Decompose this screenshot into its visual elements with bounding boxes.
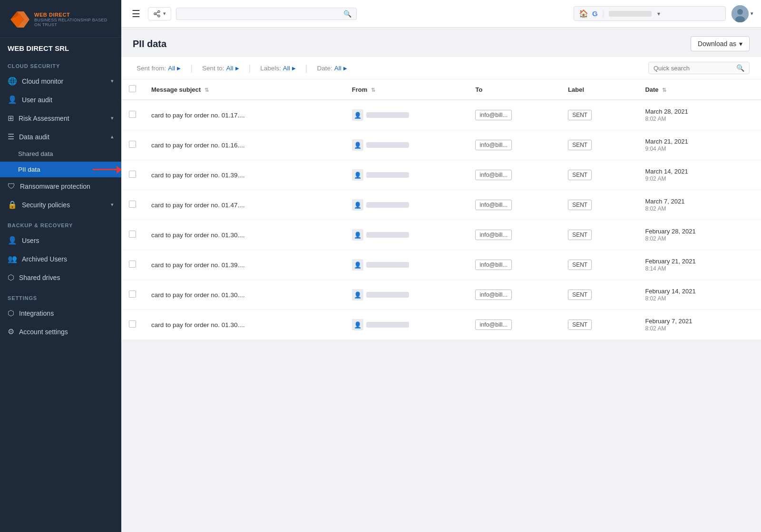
hamburger-menu-button[interactable]: ☰ [129, 6, 143, 21]
labels-value: All [283, 65, 290, 72]
integrations-icon: ⬡ [8, 309, 14, 318]
filter-labels[interactable]: Labels: All ▶ [256, 63, 300, 74]
from-icon: 👤 [352, 139, 363, 151]
svg-point-4 [154, 13, 156, 15]
sidebar-logo: WEB DIRECT BUSINESS RELATIONSHIP BASED O… [0, 0, 121, 38]
row-checkbox[interactable] [129, 201, 136, 208]
row-checkbox-cell[interactable] [121, 130, 144, 160]
download-chevron-icon: ▾ [739, 40, 742, 48]
row-checkbox-cell[interactable] [121, 100, 144, 130]
table-row[interactable]: card to pay for order no. 01.39.... 👤 in… [121, 250, 761, 280]
row-checkbox[interactable] [129, 290, 136, 298]
sidebar-item-security-policies[interactable]: 🔒 Security policies ▾ [0, 195, 121, 214]
filter-sent-from[interactable]: Sent from: All ▶ [133, 63, 185, 74]
row-date: February 21, 20218:14 AM [637, 250, 761, 280]
row-checkbox-cell[interactable] [121, 310, 144, 340]
label-badge: SENT [568, 110, 592, 120]
to-badge: info@bill... [475, 290, 512, 300]
logo-tagline: BUSINESS RELATIONSHIP BASED ON TRUST [34, 18, 114, 27]
share-button[interactable]: ▾ [148, 7, 171, 20]
from-name-blurred [366, 262, 409, 268]
row-label: SENT [560, 250, 637, 280]
quick-search[interactable]: 🔍 [648, 62, 750, 74]
company-name: WEB DIRECT SRL [0, 38, 121, 55]
topbar-search[interactable]: 🔍 [176, 8, 357, 20]
th-checkbox[interactable] [121, 79, 144, 100]
sidebar-item-shared-drives[interactable]: ⬡ Shared drives [0, 268, 121, 287]
sent-to-arrow-icon: ▶ [235, 66, 239, 71]
sidebar-item-archived-users[interactable]: 👥 Archived Users [0, 250, 121, 268]
from-icon: 👤 [352, 289, 363, 300]
avatar-chevron-icon[interactable]: ▾ [751, 10, 753, 17]
table-row[interactable]: card to pay for order no. 01.30.... 👤 in… [121, 280, 761, 310]
row-checkbox[interactable] [129, 320, 136, 328]
sort-icon: ⇅ [662, 87, 666, 93]
sidebar-item-label: Integrations [19, 310, 54, 317]
browser-bar[interactable]: 🏠 G ▾ [574, 6, 726, 21]
row-date: February 14, 20218:02 AM [637, 280, 761, 310]
sidebar-item-label: Shared drives [19, 274, 60, 281]
from-icon: 👤 [352, 199, 363, 211]
user-icon: 👤 [8, 95, 17, 104]
quick-search-input[interactable] [654, 65, 733, 72]
row-from: 👤 [344, 100, 468, 130]
label-badge: SENT [568, 170, 592, 180]
table-row[interactable]: card to pay for order no. 01.17.... 👤 in… [121, 100, 761, 130]
sidebar-subitem-pii-data[interactable]: PII data [0, 162, 121, 177]
row-checkbox[interactable] [129, 141, 136, 148]
topbar-right: 🏠 G ▾ ▾ [574, 5, 753, 22]
table-row[interactable]: card to pay for order no. 01.30.... 👤 in… [121, 310, 761, 340]
page-title: PII data [133, 39, 166, 49]
sidebar-item-risk-assessment[interactable]: ⊞ Risk Assessment ▾ [0, 109, 121, 127]
row-checkbox[interactable] [129, 231, 136, 238]
row-checkbox-cell[interactable] [121, 160, 144, 190]
table-row[interactable]: card to pay for order no. 01.47.... 👤 in… [121, 190, 761, 220]
sent-from-label: Sent from: [137, 65, 166, 72]
date-label: Date: [317, 65, 332, 72]
sent-to-value: All [226, 65, 234, 72]
filter-date[interactable]: Date: All ▶ [313, 63, 351, 74]
row-checkbox-cell[interactable] [121, 220, 144, 250]
from-name-blurred [366, 232, 409, 238]
table-row[interactable]: card to pay for order no. 01.16.... 👤 in… [121, 130, 761, 160]
sidebar-subitem-shared-data[interactable]: Shared data [0, 146, 121, 162]
chevron-up-icon: ▴ [111, 134, 114, 140]
sidebar-item-user-audit[interactable]: 👤 User audit [0, 90, 121, 109]
sidebar-item-label: Risk Assessment [19, 115, 69, 122]
from-icon: 👤 [352, 169, 363, 181]
table-row[interactable]: card to pay for order no. 01.39.... 👤 in… [121, 160, 761, 190]
th-from[interactable]: From ⇅ [344, 79, 468, 100]
sidebar-item-data-audit[interactable]: ☰ Data audit ▴ [0, 127, 121, 146]
label-badge: SENT [568, 290, 592, 300]
webdirect-logo-icon [8, 9, 29, 30]
to-badge: info@bill... [475, 260, 512, 270]
sidebar-item-account-settings[interactable]: ⚙ Account settings [0, 322, 121, 341]
th-date[interactable]: Date ⇅ [637, 79, 761, 100]
th-label: Label [560, 79, 637, 100]
row-checkbox[interactable] [129, 111, 136, 118]
row-label: SENT [560, 160, 637, 190]
select-all-checkbox[interactable] [129, 85, 136, 92]
download-as-button[interactable]: Download as ▾ [691, 36, 750, 51]
topbar-search-input[interactable] [181, 10, 343, 18]
row-checkbox-cell[interactable] [121, 190, 144, 220]
sidebar-item-ransomware-protection[interactable]: 🛡 Ransomware protection [0, 177, 121, 195]
table-row[interactable]: card to pay for order no. 01.30.... 👤 in… [121, 220, 761, 250]
row-checkbox[interactable] [129, 261, 136, 268]
row-from: 👤 [344, 250, 468, 280]
user-avatar[interactable] [732, 5, 749, 22]
to-badge: info@bill... [475, 200, 512, 210]
sidebar-item-users[interactable]: 👤 Users [0, 231, 121, 250]
row-checkbox-cell[interactable] [121, 280, 144, 310]
filter-sent-to[interactable]: Sent to: All ▶ [198, 63, 243, 74]
from-name-blurred [366, 112, 409, 118]
to-badge: info@bill... [475, 170, 512, 180]
sidebar-item-cloud-monitor[interactable]: 🌐 Cloud monitor ▾ [0, 72, 121, 90]
row-to: info@bill... [468, 280, 560, 310]
row-checkbox[interactable] [129, 171, 136, 178]
row-checkbox-cell[interactable] [121, 250, 144, 280]
sidebar-item-integrations[interactable]: ⬡ Integrations [0, 304, 121, 322]
drive-icon: ⬡ [8, 273, 14, 282]
th-message-subject[interactable]: Message subject ⇅ [144, 79, 344, 100]
th-to: To [468, 79, 560, 100]
